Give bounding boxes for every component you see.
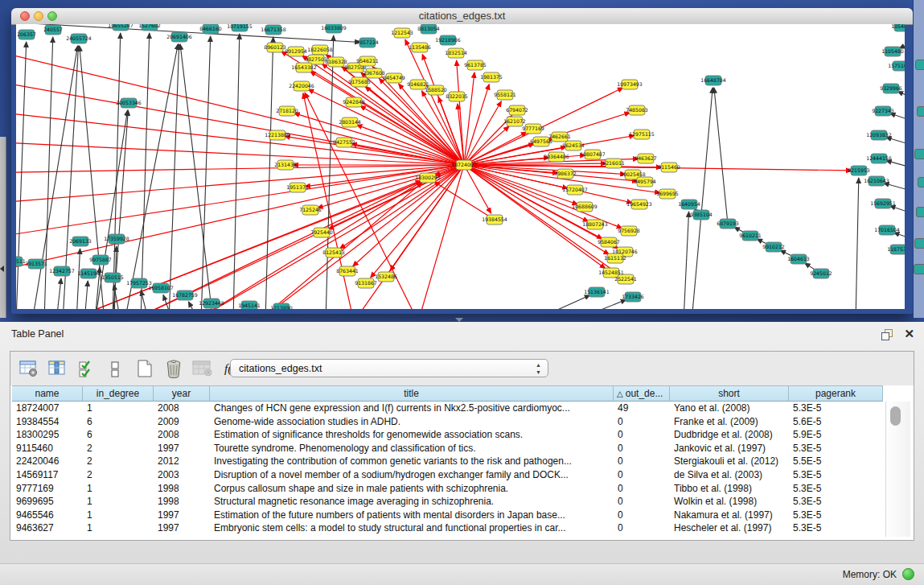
table-row[interactable]: 911546021997Tourette syndrome. Phenomeno…: [12, 442, 885, 455]
table-settings-button[interactable]: [18, 358, 39, 380]
graph-node[interactable]: 3913571: [25, 259, 47, 269]
clear-selection-button[interactable]: [105, 358, 126, 380]
graph-node[interactable]: 12975115: [629, 130, 655, 139]
column-header-out_de[interactable]: △out_de...: [614, 385, 670, 402]
graph-node[interactable]: 15136141: [584, 287, 610, 297]
graph-node[interactable]: 9245012: [810, 269, 832, 278]
graph-node[interactable]: 9242848: [343, 97, 365, 107]
graph-node[interactable]: 1945141: [238, 301, 261, 309]
graph-node[interactable]: 10719155: [227, 24, 253, 31]
graph-node[interactable]: [918, 177, 924, 187]
table-row[interactable]: 1830029562008Estimation of significance …: [12, 428, 885, 442]
graph-node[interactable]: 9756928: [618, 226, 640, 236]
table-row[interactable]: 2242004622012Investigating the contribut…: [12, 455, 885, 468]
graph-node[interactable]: 8466160: [199, 24, 222, 34]
table-row[interactable]: 1872400712008Changes of HCN gene express…: [12, 402, 885, 415]
graph-node[interactable]: 6216011: [602, 159, 625, 168]
graph-node[interactable]: 6879193: [717, 219, 739, 229]
table-row[interactable]: 969969511998Structural magnetic resonanc…: [12, 495, 885, 509]
graph-node[interactable]: 8322035: [446, 92, 468, 101]
graph-node[interactable]: 7462661: [548, 132, 571, 142]
graph-node[interactable]: 15720407: [562, 185, 588, 195]
graph-node[interactable]: 16210643: [864, 176, 889, 186]
memory-ok-indicator[interactable]: [902, 568, 914, 580]
graph-node[interactable]: 9227343: [872, 106, 894, 116]
graph-node[interactable]: 1615132: [604, 253, 626, 263]
graph-node[interactable]: 19384554: [482, 215, 507, 225]
graph-node[interactable]: 1145194: [77, 269, 100, 278]
panel-collapse-icon[interactable]: [0, 266, 4, 272]
graph-node[interactable]: 9463627: [634, 154, 657, 163]
graph-node[interactable]: 9613785: [464, 60, 487, 70]
column-header-pagerank[interactable]: pagerank: [789, 385, 883, 402]
graph-node[interactable]: 1951371: [286, 183, 309, 192]
graph-node[interactable]: [914, 264, 924, 274]
graph-node[interactable]: 8912954: [285, 47, 307, 56]
graph-node[interactable]: 12923448: [199, 299, 224, 308]
graph-node[interactable]: 1588520: [425, 85, 447, 95]
graph-node[interactable]: 240557: [43, 25, 63, 35]
select-all-button[interactable]: [76, 358, 97, 380]
graph-node[interactable]: 9610211: [739, 231, 762, 241]
graph-node[interactable]: [917, 106, 924, 117]
graph-node[interactable]: 8624534: [562, 141, 585, 150]
graph-node[interactable]: 1105480: [881, 47, 904, 56]
graph-node[interactable]: 12444158: [866, 154, 892, 163]
graph-node[interactable]: 7986372: [554, 169, 577, 179]
graph-node[interactable]: [914, 238, 924, 249]
graph-node[interactable]: 1981375: [480, 72, 503, 82]
graph-node[interactable]: 9385104: [690, 210, 713, 220]
graph-node[interactable]: [915, 60, 924, 70]
graph-node[interactable]: 8763441: [336, 266, 359, 276]
graph-node[interactable]: [916, 207, 924, 217]
graph-node[interactable]: 2522541: [614, 274, 637, 284]
graph-node[interactable]: 8813054: [417, 24, 440, 34]
table-select-dropdown[interactable]: citations_edges.txt ▲▼: [230, 359, 548, 377]
graph-node[interactable]: 17359928: [104, 234, 129, 244]
graph-node[interactable]: 1135486: [409, 43, 431, 52]
graph-node[interactable]: 12093832: [866, 130, 892, 140]
graph-node[interactable]: 1527602: [138, 24, 161, 31]
column-header-in_degree[interactable]: in_degree: [83, 385, 154, 402]
graph-node[interactable]: 10655287: [108, 24, 133, 31]
column-header-short[interactable]: short: [670, 385, 789, 402]
network-canvas[interactable]: 1872400789601238912954182260589827503818…: [16, 24, 905, 309]
column-header-title[interactable]: title: [210, 385, 614, 402]
graph-node[interactable]: 16648784: [700, 76, 726, 85]
graph-node[interactable]: 2367608: [363, 68, 385, 78]
graph-node[interactable]: 1532486: [375, 272, 397, 282]
graph-node[interactable]: 16671358: [261, 25, 286, 35]
graph-node[interactable]: 9175685: [348, 77, 371, 87]
new-document-button[interactable]: [133, 358, 155, 380]
graph-node[interactable]: 7925440: [310, 228, 333, 237]
graph-node[interactable]: 9558121: [494, 90, 516, 100]
graph-node[interactable]: [914, 149, 924, 159]
graph-node[interactable]: 8125413: [322, 248, 345, 257]
graph-node[interactable]: 9495794: [634, 177, 656, 187]
graph-node[interactable]: 1054801: [891, 24, 905, 31]
network-window-titlebar[interactable]: citations_edges.txt: [11, 8, 913, 25]
graph-node[interactable]: 7857224: [356, 38, 379, 47]
graph-node[interactable]: 7125246: [299, 205, 322, 215]
graph-node[interactable]: 9131867: [355, 278, 377, 288]
scrollbar-thumb[interactable]: [890, 406, 901, 426]
graph-node[interactable]: 2718120: [276, 106, 298, 116]
table-row[interactable]: 946362711997Embryonic stem cells: a mode…: [12, 521, 885, 535]
graph-node[interactable]: 1733426: [622, 292, 644, 302]
graph-node[interactable]: 1187531: [887, 245, 905, 254]
graph-node[interactable]: 9699695: [656, 189, 679, 199]
graph-node[interactable]: 18226058: [307, 45, 333, 55]
graph-node[interactable]: 20691406: [166, 32, 192, 42]
graph-node[interactable]: 24055724: [66, 34, 92, 43]
graph-node[interactable]: 9975887: [89, 255, 112, 265]
graph-node[interactable]: 1350515: [101, 273, 124, 282]
graph-node[interactable]: 6794072: [506, 105, 528, 115]
graph-node[interactable]: 19218986: [435, 35, 461, 45]
graph-node[interactable]: 206357: [17, 30, 36, 39]
graph-node[interactable]: 10807487: [580, 150, 606, 159]
graph-node[interactable]: 15751074: [888, 61, 905, 71]
graph-node[interactable]: 1832514: [445, 48, 467, 58]
table-row[interactable]: 977716911998Corpus callosum shape and si…: [12, 482, 885, 496]
column-header-name[interactable]: name: [12, 385, 83, 402]
graph-node[interactable]: 2803144: [339, 117, 361, 127]
